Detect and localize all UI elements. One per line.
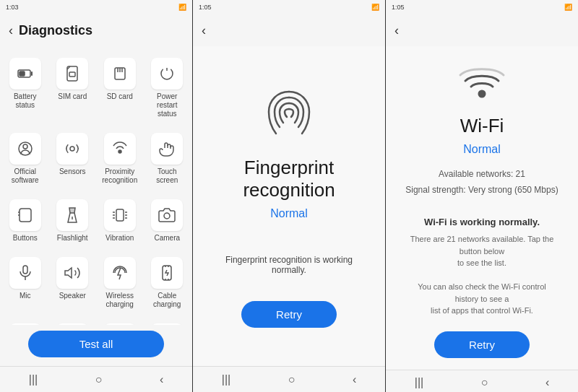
nav-header-3: ‹	[386, 14, 578, 46]
camera-icon	[158, 206, 176, 224]
svg-point-11	[118, 150, 121, 153]
buttons-icon	[17, 206, 34, 224]
screen1: 1:03 📶 ‹ Diagnostics Batterystatus SIM c…	[0, 0, 193, 392]
nav-recent-2[interactable]: |||	[213, 370, 239, 389]
buttons-label: Buttons	[13, 234, 38, 243]
power-restart-label: Power restartstatus	[148, 92, 187, 118]
bottom-nav-1: ||| ○ ‹	[0, 366, 192, 392]
sdcard-icon	[111, 65, 129, 82]
back-button-2[interactable]: ‹	[202, 23, 206, 38]
simcard-icon-box	[56, 58, 88, 90]
buttons-icon-box	[9, 199, 41, 231]
status-time-1: 1:03	[6, 4, 19, 11]
wifi-working-section: Wi-Fi is working normally. There are 21 …	[397, 217, 566, 317]
nav-back-1[interactable]: ‹	[151, 370, 172, 389]
camera-item[interactable]: Camera	[145, 193, 190, 248]
bottom-nav-2: ||| ○ ‹	[193, 366, 385, 392]
proximity-item[interactable]: Proximityrecognition	[98, 127, 142, 191]
camera2-item[interactable]	[145, 318, 190, 325]
nav-home-3[interactable]: ○	[473, 373, 497, 392]
wireless-charging-label: Wirelesscharging	[106, 292, 134, 309]
nav-home-2[interactable]: ○	[280, 370, 304, 389]
power-restart-icon	[158, 65, 176, 82]
wifi-title: Wi-Fi	[460, 115, 504, 137]
proximity-label: Proximityrecognition	[102, 167, 137, 185]
svg-point-9	[23, 144, 27, 149]
software-item[interactable]: Officialsoftware	[3, 127, 48, 191]
status-bar-1: 1:03 📶	[0, 0, 192, 14]
speaker-icon	[64, 264, 81, 282]
battery-icon-box	[9, 58, 41, 90]
sensors-label: Sensors	[59, 167, 86, 176]
camera-label: Camera	[154, 234, 180, 243]
bottom-nav-3: ||| ○ ‹	[386, 370, 578, 392]
mic-icon	[17, 264, 34, 282]
svg-point-30	[479, 91, 485, 97]
wifi-retry-button[interactable]: Retry	[434, 331, 530, 358]
mic-label: Mic	[20, 292, 31, 300]
wifi-working-desc: There are 21 networks available. Tap the…	[409, 233, 555, 317]
test-all-container: Test all	[0, 325, 192, 366]
cable-charging-icon	[158, 264, 176, 282]
sdcard-item[interactable]: SD card	[98, 52, 142, 124]
nav-header-1: ‹ Diagnostics	[0, 14, 192, 46]
proximity-icon	[111, 140, 129, 157]
sensors-icon-box	[56, 133, 88, 165]
svg-rect-2	[67, 66, 77, 81]
speaker-label: Speaker	[59, 292, 86, 300]
grid-content: Batterystatus SIM card SD card	[0, 46, 192, 325]
battery-icon	[17, 65, 34, 82]
fingerprint-big-icon	[260, 84, 318, 145]
mic-icon-box	[9, 257, 41, 289]
status-bar-3: 1:05 📶	[386, 0, 578, 14]
vibration-label: Vibration	[105, 234, 134, 243]
nfc-item[interactable]	[3, 318, 48, 325]
fingerprint-title: Fingerprint recognition	[204, 157, 374, 201]
back-button-1[interactable]: ‹	[9, 23, 13, 38]
vibration-icon-box	[104, 199, 136, 231]
svg-rect-12	[20, 209, 31, 222]
wifi-detail1: Available networks: 21	[439, 167, 525, 180]
battery-item[interactable]: Batterystatus	[3, 52, 48, 124]
screen3: 1:05 📶 ‹ Wi-Fi Normal Available networks…	[386, 0, 578, 392]
fingerprint-retry-button[interactable]: Retry	[241, 301, 337, 328]
headphones-item[interactable]	[51, 318, 95, 325]
svg-rect-16	[116, 209, 124, 221]
nav-back-3[interactable]: ‹	[537, 373, 558, 392]
nav-header-2: ‹	[193, 14, 385, 46]
fingerprint-small-item[interactable]	[98, 318, 142, 325]
status-icons-1: 📶	[178, 4, 186, 11]
mic-item[interactable]: Mic	[3, 251, 48, 315]
simcard-icon	[64, 65, 81, 82]
vibration-item[interactable]: Vibration	[98, 193, 142, 248]
status-bar-2: 1:05 📶	[193, 0, 385, 14]
vibration-icon	[111, 206, 129, 224]
nav-home-1[interactable]: ○	[87, 370, 111, 389]
speaker-item[interactable]: Speaker	[51, 251, 95, 315]
nav-recent-3[interactable]: |||	[406, 373, 432, 392]
wireless-charging-icon	[111, 264, 129, 282]
svg-rect-24	[23, 266, 27, 274]
wireless-charging-icon-box	[104, 257, 136, 289]
svg-rect-1	[20, 71, 25, 76]
svg-rect-3	[69, 72, 75, 77]
cable-charging-item[interactable]: Cablecharging	[145, 251, 190, 315]
nav-recent-1[interactable]: |||	[20, 370, 46, 389]
buttons-item[interactable]: Buttons	[3, 193, 48, 248]
flashlight-label: Flashlight	[57, 234, 88, 243]
back-button-3[interactable]: ‹	[394, 23, 399, 38]
flashlight-item[interactable]: Flashlight	[51, 193, 95, 248]
wifi-content: Wi-Fi Normal Available networks: 21 Sign…	[386, 46, 578, 370]
simcard-item[interactable]: SIM card	[51, 52, 95, 124]
test-all-button[interactable]: Test all	[28, 331, 163, 357]
sensors-item[interactable]: Sensors	[51, 127, 95, 191]
battery-label: Batterystatus	[14, 92, 37, 110]
wireless-charging-item[interactable]: Wirelesscharging	[98, 251, 142, 315]
touchscreen-item[interactable]: Touch screen	[145, 127, 190, 191]
nav-back-2[interactable]: ‹	[344, 370, 365, 389]
fingerprint-status: Normal	[270, 207, 308, 220]
sdcard-icon-box	[104, 58, 136, 90]
status-time-3: 1:05	[392, 4, 405, 11]
status-icons-3: 📶	[564, 4, 572, 11]
power-restart-item[interactable]: Power restartstatus	[145, 52, 190, 124]
